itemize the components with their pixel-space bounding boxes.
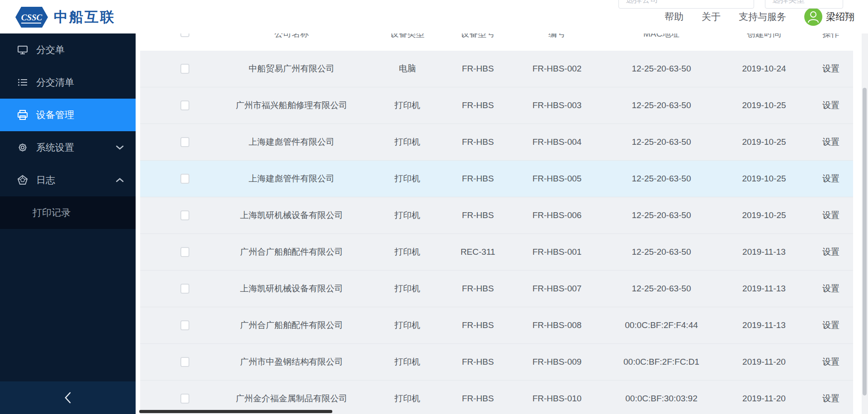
sidebar-item-label: 日志 (36, 174, 55, 186)
row-checkbox[interactable] (180, 394, 189, 404)
row-checkbox[interactable] (180, 247, 189, 257)
cell-device-model: FR-HBS (462, 344, 494, 380)
user-name: 梁绍翔 (826, 10, 854, 23)
cell-mac-address: 12-25-20-63-50 (632, 51, 691, 87)
cell-company: 中船贸易广州有限公司 (249, 51, 335, 87)
table-row[interactable]: 广州金介福金属制品有限公司 打印机 FR-HBS FR-HBS-010 00:0… (140, 381, 853, 414)
user-menu[interactable]: 梁绍翔 (804, 8, 854, 26)
table-row[interactable]: 广州合广船舶配件有限公司 打印机 REC-311 FR-HBS-001 12-2… (140, 234, 853, 271)
row-checkbox[interactable] (180, 137, 189, 147)
help-link[interactable]: 帮助 (665, 10, 684, 23)
list-icon (17, 77, 28, 88)
settings-link[interactable]: 设置 (822, 161, 840, 197)
settings-link[interactable]: 设置 (822, 51, 840, 87)
sidebar-item-fenjiaoqingdan[interactable]: 分交清单 (0, 66, 136, 99)
cell-mac-address: 12-25-20-63-50 (632, 234, 691, 270)
cell-company: 广州合广船舶配件有限公司 (240, 307, 343, 343)
row-checkbox[interactable] (180, 210, 189, 220)
cell-mac-address: 00:0C:BF:30:03:92 (625, 381, 698, 414)
sidebar-item-label: 分交清单 (36, 76, 74, 89)
cell-mac-address: 12-25-20-63-50 (632, 87, 691, 124)
cell-created-date: 2019-10-25 (742, 87, 786, 124)
cell-device-type: 打印机 (395, 271, 420, 307)
cell-device-model: FR-HBS (462, 381, 494, 414)
sidebar-item-fenjiaodan[interactable]: 分交单 (0, 33, 136, 66)
sidebar-item-label: 系统设置 (36, 141, 74, 154)
cell-mac-address: 00:0C:BF:2F:FC:D1 (623, 344, 699, 380)
sidebar-collapse-button[interactable] (0, 381, 136, 414)
cell-created-date: 2019-10-24 (742, 51, 786, 87)
sidebar-item-rizhi[interactable]: 日志 (0, 164, 136, 196)
cell-company: 上海凯研机械设备有限公司 (240, 197, 343, 233)
settings-link[interactable]: 设置 (822, 344, 840, 380)
cell-created-date: 2019-11-13 (742, 307, 786, 343)
cell-created-date: 2019-10-25 (742, 197, 786, 233)
settings-link[interactable]: 设置 (822, 234, 840, 270)
brand-name: 中船互联 (54, 8, 115, 27)
row-checkbox[interactable] (180, 100, 189, 110)
cell-device-type: 打印机 (395, 381, 420, 414)
cell-company: 广州市中盈钢结构有限公司 (240, 344, 343, 380)
cell-number: FR-HBS-010 (533, 381, 582, 414)
row-checkbox[interactable] (180, 174, 189, 184)
table-row[interactable]: 上海凯研机械设备有限公司 打印机 FR-HBS FR-HBS-006 12-25… (140, 197, 853, 234)
type-select-input[interactable] (765, 0, 843, 9)
table-row[interactable]: 上海建彪管件有限公司 打印机 FR-HBS FR-HBS-005 12-25-2… (140, 161, 853, 197)
cell-device-type: 打印机 (395, 197, 420, 233)
vertical-scrollbar-thumb[interactable] (863, 88, 867, 395)
cell-number: FR-HBS-003 (533, 87, 582, 124)
cell-device-model: FR-HBS (462, 87, 494, 124)
cell-device-model: FR-HBS (462, 307, 494, 343)
settings-link[interactable]: 设置 (822, 124, 840, 160)
settings-link[interactable]: 设置 (822, 87, 840, 124)
monitor-icon (17, 44, 28, 55)
cell-device-type: 打印机 (395, 234, 420, 270)
row-checkbox[interactable] (180, 320, 189, 330)
table-row[interactable]: 广州市福兴船舶修理有限公司 打印机 FR-HBS FR-HBS-003 12-2… (140, 87, 853, 124)
cell-number: FR-HBS-002 (533, 51, 582, 87)
settings-link[interactable]: 设置 (822, 197, 840, 233)
cell-number: FR-HBS-009 (533, 344, 582, 380)
row-checkbox[interactable] (180, 284, 189, 294)
settings-link[interactable]: 设置 (822, 381, 840, 414)
cell-device-model: REC-311 (461, 234, 495, 270)
row-checkbox[interactable] (180, 64, 189, 74)
table-row[interactable]: 上海建彪管件有限公司 打印机 FR-HBS FR-HBS-004 12-25-2… (140, 124, 853, 161)
sidebar-item-xitongshezhi[interactable]: 系统设置 (0, 131, 136, 164)
cell-number: FR-HBS-004 (533, 124, 582, 160)
sidebar: 分交单 分交清单 设备管理 (0, 33, 136, 414)
cell-company: 上海建彪管件有限公司 (249, 161, 335, 197)
cell-mac-address: 12-25-20-63-50 (632, 161, 691, 197)
top-bar: CSSC 中船互联 帮助 关于 支持与服务 梁绍翔 (0, 0, 868, 33)
gear-icon (17, 142, 28, 153)
device-table-area: 公司名称设备类型设备型号编号MAC地址创建时间操作 中船贸易广州有限公司 电脑 … (136, 33, 868, 414)
cell-device-model: FR-HBS (462, 271, 494, 307)
sidebar-item-shebeiguanli[interactable]: 设备管理 (0, 99, 136, 131)
support-link[interactable]: 支持与服务 (739, 10, 786, 23)
cell-mac-address: 00:0C:BF:2F:F4:44 (625, 307, 698, 343)
about-link[interactable]: 关于 (702, 10, 721, 23)
table-row[interactable]: 上海凯研机械设备有限公司 打印机 FR-HBS FR-HBS-007 12-25… (140, 271, 853, 307)
row-checkbox[interactable] (180, 357, 189, 367)
settings-link[interactable]: 设置 (822, 307, 840, 343)
cell-device-type: 打印机 (395, 307, 420, 343)
vertical-scrollbar-track[interactable] (862, 33, 868, 414)
cell-created-date: 2019-11-13 (742, 234, 786, 270)
sidebar-subitem-dayinjilu[interactable]: 打印记录 (0, 196, 136, 229)
cell-mac-address: 12-25-20-63-50 (632, 197, 691, 233)
table-row[interactable]: 中船贸易广州有限公司 电脑 FR-HBS FR-HBS-002 12-25-20… (140, 51, 853, 87)
company-select-input[interactable] (618, 0, 754, 9)
cell-number: FR-HBS-001 (533, 234, 582, 270)
cell-device-type: 打印机 (395, 161, 420, 197)
cell-device-type: 打印机 (395, 124, 420, 160)
horizontal-scrollbar-thumb[interactable] (139, 410, 332, 413)
cell-device-type: 打印机 (395, 87, 420, 124)
chevron-left-icon (64, 392, 71, 404)
cell-device-model: FR-HBS (462, 51, 494, 87)
table-row[interactable]: 广州合广船舶配件有限公司 打印机 FR-HBS FR-HBS-008 00:0C… (140, 307, 853, 344)
table-row[interactable]: 广州市中盈钢结构有限公司 打印机 FR-HBS FR-HBS-009 00:0C… (140, 344, 853, 381)
settings-link[interactable]: 设置 (822, 271, 840, 307)
cell-number: FR-HBS-006 (533, 197, 582, 233)
cell-device-model: FR-HBS (462, 197, 494, 233)
cell-company: 广州市福兴船舶修理有限公司 (236, 87, 348, 124)
